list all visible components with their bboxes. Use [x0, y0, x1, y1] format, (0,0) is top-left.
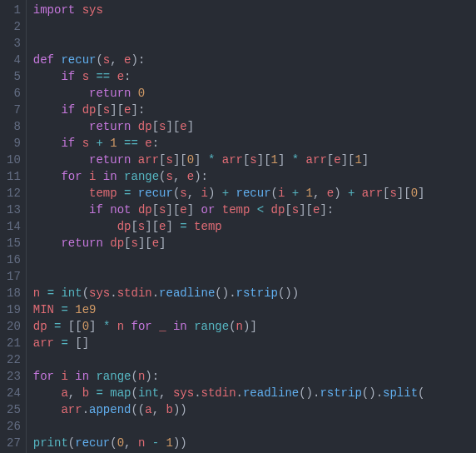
line-number: 26: [7, 418, 21, 435]
code-line[interactable]: dp[s][e] = temp: [33, 218, 425, 235]
line-number: 9: [7, 135, 21, 152]
line-number: 12: [7, 185, 21, 202]
code-line[interactable]: a, b = map(int, sys.stdin.readline().rst…: [33, 385, 425, 401]
code-line[interactable]: for i in range(s, e):: [33, 168, 425, 185]
line-number: 8: [7, 118, 21, 135]
code-line[interactable]: return dp[s][e]: [33, 118, 425, 135]
line-number: 21: [7, 335, 21, 351]
code-area[interactable]: import sysdef recur(s, e): if s == e: re…: [27, 0, 425, 453]
line-number: 1: [7, 2, 21, 18]
code-line[interactable]: print(recur(0, n - 1)): [33, 435, 425, 451]
code-line[interactable]: dp = [[0] * n for _ in range(n)]: [33, 318, 425, 335]
line-number: 14: [7, 218, 21, 235]
code-line[interactable]: [33, 418, 425, 435]
line-number: 18: [7, 285, 21, 301]
line-number: 23: [7, 368, 21, 385]
line-number: 15: [7, 235, 21, 251]
code-line[interactable]: [33, 35, 425, 52]
line-number: 19: [7, 301, 21, 318]
code-line[interactable]: arr.append((a, b)): [33, 401, 425, 418]
code-editor[interactable]: 1234567891011121314151617181920212223242…: [0, 0, 476, 453]
line-number: 25: [7, 401, 21, 418]
line-number: 20: [7, 318, 21, 335]
line-number: 27: [7, 435, 21, 451]
line-number: 22: [7, 351, 21, 368]
line-number: 7: [7, 102, 21, 118]
line-number: 3: [7, 35, 21, 52]
code-line[interactable]: [33, 268, 425, 285]
line-number-gutter: 1234567891011121314151617181920212223242…: [0, 0, 27, 453]
line-number: 16: [7, 251, 21, 268]
line-number: 24: [7, 385, 21, 401]
code-line[interactable]: return arr[s][0] * arr[s][1] * arr[e][1]: [33, 152, 425, 168]
line-number: 17: [7, 268, 21, 285]
code-line[interactable]: for i in range(n):: [33, 368, 425, 385]
code-line[interactable]: if s + 1 == e:: [33, 135, 425, 152]
code-line[interactable]: def recur(s, e):: [33, 52, 425, 68]
line-number: 13: [7, 202, 21, 218]
code-line[interactable]: temp = recur(s, i) + recur(i + 1, e) + a…: [33, 185, 425, 202]
code-line[interactable]: n = int(sys.stdin.readline().rstrip()): [33, 285, 425, 301]
code-line[interactable]: arr = []: [33, 335, 425, 351]
code-line[interactable]: MIN = 1e9: [33, 301, 425, 318]
code-line[interactable]: [33, 18, 425, 35]
line-number: 10: [7, 152, 21, 168]
code-line[interactable]: import sys: [33, 2, 425, 18]
line-number: 11: [7, 168, 21, 185]
code-line[interactable]: if dp[s][e]:: [33, 102, 425, 118]
line-number: 4: [7, 52, 21, 68]
line-number: 5: [7, 68, 21, 85]
code-line[interactable]: [33, 351, 425, 368]
code-line[interactable]: return 0: [33, 85, 425, 102]
code-line[interactable]: if not dp[s][e] or temp < dp[s][e]:: [33, 202, 425, 218]
code-line[interactable]: return dp[s][e]: [33, 235, 425, 251]
line-number: 2: [7, 18, 21, 35]
line-number: 6: [7, 85, 21, 102]
code-line[interactable]: [33, 251, 425, 268]
code-line[interactable]: if s == e:: [33, 68, 425, 85]
